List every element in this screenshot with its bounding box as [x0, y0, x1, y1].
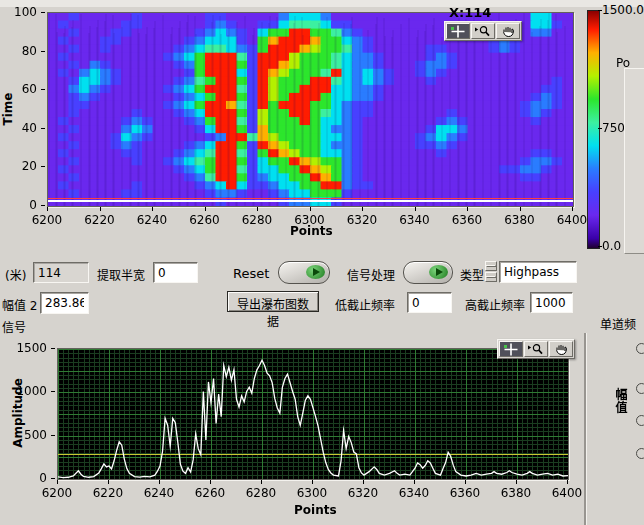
halfwidth-label: 提取半宽 [97, 266, 145, 283]
axis-tick [100, 207, 101, 211]
waveform-graph[interactable] [57, 348, 569, 480]
axis-tick: 6400 [547, 486, 587, 500]
axis-tick: 20 [3, 159, 37, 173]
axis-tick [51, 435, 55, 436]
zoom-tool-button[interactable] [524, 341, 548, 357]
window-top-band [0, 0, 644, 7]
single-channel-label: 单道频 [600, 315, 636, 332]
reset-toggle-button[interactable] [278, 261, 330, 284]
axis-tick: 6380 [496, 486, 536, 500]
axis-tick: 6200 [37, 486, 77, 500]
axis-tick [567, 480, 568, 484]
pan-tool-button[interactable] [496, 23, 520, 39]
axis-tick [261, 480, 262, 484]
axis-tick: 100 [3, 5, 37, 19]
hand-icon [552, 343, 570, 356]
zoom-tool-button[interactable] [471, 23, 495, 39]
meters-field[interactable] [33, 262, 89, 283]
meters-label: (米) [5, 266, 26, 283]
intensity-cursor-line-white[interactable] [48, 200, 573, 202]
axis-tick: 6200 [27, 213, 67, 227]
high-cutoff-label: 高截止频率 [465, 296, 525, 313]
hand-icon [499, 25, 517, 38]
axis-tick: 6240 [139, 486, 179, 500]
axis-tick: 6240 [132, 213, 172, 227]
crosshair-tool-button[interactable] [499, 341, 523, 357]
axis-tick: 1500 [13, 341, 47, 355]
clipped-control-circle[interactable] [636, 415, 644, 426]
axis-tick [210, 480, 211, 484]
axis-tick: 6300 [292, 486, 332, 500]
spinner-up-button[interactable] [485, 261, 497, 271]
axis-tick: 6320 [342, 213, 382, 227]
top-graph-palette [444, 21, 522, 41]
filter-type-dropdown[interactable] [499, 261, 577, 283]
front-panel: Time X:114 020406080100 6200622062406 [0, 0, 644, 525]
up-arrow-icon [486, 265, 496, 267]
type-spinner [485, 261, 497, 282]
cursor-readout: X:114 [449, 5, 491, 20]
magnifier-icon [474, 25, 492, 38]
axis-tick: 6340 [394, 486, 434, 500]
intensity-graph[interactable] [47, 12, 574, 207]
axis-tick: 60 [3, 82, 37, 96]
axis-tick: 6380 [500, 213, 540, 227]
axis-tick [312, 480, 313, 484]
axis-tick: 6400 [552, 213, 592, 227]
axis-tick [51, 478, 55, 479]
waveform-plot-canvas[interactable] [58, 349, 568, 479]
top-chart-xlabel: Points [290, 224, 333, 238]
clipped-control-circle[interactable] [636, 448, 644, 459]
reset-label: Reset [233, 266, 269, 281]
axis-tick: 80 [3, 44, 37, 58]
axis-tick [152, 207, 153, 211]
axis-tick: 0 [3, 198, 37, 212]
axis-tick [205, 207, 206, 211]
intensity-plot-canvas[interactable] [48, 13, 573, 206]
axis-tick [51, 391, 55, 392]
axis-tick: 6340 [395, 213, 435, 227]
axis-tick [310, 207, 311, 211]
magnifier-icon [527, 343, 545, 356]
axis-tick [41, 205, 45, 206]
crosshair-tool-button[interactable] [446, 23, 470, 39]
crosshair-icon [502, 343, 520, 356]
axis-tick [41, 128, 45, 129]
axis-tick [362, 207, 363, 211]
axis-tick: 500 [13, 428, 47, 442]
panel-divider [584, 333, 587, 525]
signal-process-toggle-button[interactable] [403, 261, 453, 284]
halfwidth-field[interactable] [153, 262, 198, 283]
right-chart-vertical-label: 幅值 [612, 388, 629, 414]
axis-tick: 0 [13, 471, 47, 485]
clipped-control-circle[interactable] [636, 343, 644, 354]
right-edge-panel [624, 68, 644, 254]
export-waterfall-button[interactable]: 导出瀑布图数据 [227, 291, 319, 312]
axis-tick: 6220 [88, 486, 128, 500]
spinner-down-button[interactable] [485, 272, 497, 282]
axis-tick [257, 207, 258, 211]
low-cutoff-field[interactable] [407, 292, 452, 313]
type-label: 类型 [460, 266, 484, 283]
axis-tick [159, 480, 160, 484]
axis-tick [41, 12, 45, 13]
bottom-chart-xlabel: Points [294, 503, 337, 517]
green-arrow-icon [429, 265, 448, 279]
signal-process-label: 信号处理 [347, 266, 395, 283]
high-cutoff-field[interactable] [530, 292, 573, 313]
axis-tick [414, 480, 415, 484]
axis-tick [465, 480, 466, 484]
axis-tick: 40 [3, 121, 37, 135]
axis-tick: 6360 [445, 486, 485, 500]
axis-tick [363, 480, 364, 484]
clipped-control-circle[interactable] [636, 383, 644, 394]
pan-tool-button[interactable] [549, 341, 573, 357]
axis-tick [41, 51, 45, 52]
amplitude2-field[interactable] [40, 292, 89, 314]
axis-tick: 6280 [237, 213, 277, 227]
green-arrow-icon [306, 265, 325, 279]
color-scale[interactable] [587, 10, 600, 249]
intensity-cursor-line-red[interactable] [48, 198, 573, 199]
axis-tick [108, 480, 109, 484]
axis-tick: 1500.0 [602, 3, 644, 17]
